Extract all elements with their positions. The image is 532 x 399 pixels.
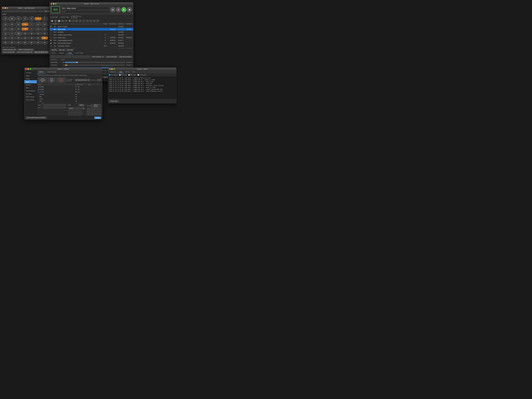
new-instrument-btn[interactable]: New Instrument ⌘N [38,77,47,83]
maximize-button[interactable] [7,7,8,9]
grid-cell[interactable]: 181 [22,32,28,36]
nav-audio[interactable]: Audio [24,74,37,77]
tool-icon-13[interactable]: ⚙ [93,20,96,22]
tab-logs[interactable]: Logs [118,70,124,73]
grid-cell[interactable]: 4bx.Green [9,32,15,36]
grid-cell[interactable]: 6012 [2,41,9,45]
minimize-button[interactable] [28,68,29,70]
tab-warnings[interactable]: Warnings [109,70,118,73]
safe-sort-button[interactable]: Safe Sort Commands [118,56,133,58]
pause-button[interactable]: ⏸ [116,7,121,12]
maximize-button[interactable] [30,68,31,70]
tool-icon-8[interactable]: ▶ [75,20,78,22]
grid-cell[interactable]: 28side SR.R... [9,28,15,32]
grid-cell[interactable]: sides.Inte...15side SLR... [15,22,22,27]
table-row[interactable]: ▶ 10 scene 1.1 atmo 10:00.00 [50,25,133,28]
patch-sub-row[interactable]: Blue 68 [37,100,102,102]
new-group-btn[interactable]: New Group ⌘G [48,77,56,83]
grid-cell[interactable]: 79side SR.G... [22,28,28,32]
maximize-button[interactable] [55,3,57,5]
patch-row[interactable]: ▼ bx DSR 65 - 68 [37,91,102,93]
grid-cell[interactable]: (mixed)18all.Intensity [2,16,9,21]
patch-sub-row[interactable]: Green 67 [37,98,102,100]
grid-cell[interactable]: 6018 [42,41,48,45]
update-orig-btn[interactable]: Update 0 Originating Cues [17,49,34,51]
grid-cell[interactable]: sides.Blue20side SL.A... [35,22,41,27]
new-list-button[interactable]: New List [51,49,58,51]
done-button[interactable]: Done [94,117,101,119]
tab-definitions[interactable]: DEFINITIONS [45,70,58,74]
table-row[interactable]: ♪ 10-3 crickets, early evening ⊙ 00:10.6… [50,33,133,36]
grid-cell[interactable]: 185 [2,37,9,41]
grid-cell[interactable]: sides.Am...20side SL... [42,22,48,27]
table-row[interactable]: ▶ 10-5 clouds background loop ⊙ 00:00.00… [50,39,133,42]
nav-osc-controls[interactable]: OSC Controls [24,98,37,101]
search-input[interactable] [2,10,37,12]
tool-icon-5[interactable]: T [65,20,68,22]
patch-row[interactable]: ► bx DSC 57 - 60 [37,86,102,88]
close-button[interactable] [51,3,52,5]
name-input[interactable] [43,104,66,106]
levels-search-input[interactable] [51,56,91,58]
nav-video[interactable]: Video [24,77,37,80]
delete-selected-btn[interactable]: Delete Selected ⌘⌫ [56,77,66,83]
grid-cell[interactable]: 15side SR.R... [15,28,22,32]
go-button[interactable]: GO [51,6,60,13]
note-input[interactable] [43,107,66,108]
close-button[interactable] [2,7,4,9]
osc-replies-checkbox[interactable] [138,74,139,76]
grid-cell[interactable]: 3side SR.A... [28,28,35,32]
table-row[interactable]: ♪ 10-1 base scene 00:00.00 00:05.00 00:0… [50,28,133,31]
clear-list-button[interactable]: Clear List [66,49,74,51]
grid-cell[interactable]: (mixed)28all.Green [22,16,28,21]
tool-icon-10[interactable]: ⌃ [82,20,85,22]
grid-cell[interactable]: sides.Red79side SL.G... [22,22,28,27]
midi-device-select[interactable]: IAC Driver IAC Bus 1 [75,79,90,81]
traffic-lights[interactable] [25,68,31,70]
minimize-button[interactable] [53,3,54,5]
grid-cell[interactable]: (mixed)60all.Intensi... [9,16,15,21]
midi-select[interactable]: (none) [68,107,85,110]
grid-cell[interactable]: 13bx.Red [2,32,9,36]
cue-name-input[interactable] [61,6,109,10]
grid-cell[interactable]: (mixed)35all.Red [15,16,22,21]
main-cue-list-item[interactable]: ▶ Main Cue List [71,15,81,17]
tool-icon-14[interactable]: ☰ [96,20,99,22]
maximize-button[interactable] [113,68,115,70]
tool-icon-12[interactable]: ⌀ [89,20,92,22]
grid-cell[interactable]: 6014 [15,41,22,45]
presets-item[interactable]: ▶ Presets [71,17,81,19]
grid-cell[interactable]: 1810 [35,37,41,41]
add-command-button[interactable]: Add Command... ▼ [91,56,105,58]
new-cart-button[interactable]: New Cart [58,49,66,51]
play-button[interactable]: ▶ [121,7,127,12]
tool-icon-7[interactable]: ≡ [72,20,75,22]
grid-cell[interactable]: 20side SR.A... [35,28,41,32]
grid-cell[interactable]: 184 [42,32,48,36]
grid-cell[interactable]: 188 [22,37,28,41]
table-row[interactable]: ↗ 20 level down crickets 10-3 00:20.00 [50,44,133,47]
expand-button[interactable]: Expand ✕ [126,64,133,66]
tool-icon-2[interactable]: 🔊 [54,20,57,22]
traffic-lights[interactable] [2,7,8,9]
tool-icon-9[interactable]: ⏸ [79,20,82,22]
expand-button[interactable]: Expand ✕ [126,62,133,63]
grid-cell[interactable]: 6013 [9,41,15,45]
clear-logs-button[interactable]: Clear Logs [109,100,119,102]
grid-cell[interactable]: 186 [9,37,15,41]
grid-cell[interactable]: 203all.White [42,16,48,21]
table-row[interactable]: ♪ 10-4 wind in trees ⊙ 00:00.00 00:24.47… [50,36,133,39]
nav-midi[interactable]: MIDI [24,86,37,89]
tool-icon-4[interactable]: 📹 [61,20,64,22]
grid-cell[interactable]: f warm20sides.Whl... [2,22,9,27]
patch-sub-row[interactable]: Intensity 65 [37,93,102,95]
nav-key-map[interactable]: Key Map [24,92,37,95]
close-button[interactable] [25,68,27,70]
grid-cell[interactable]: 35side SR.I... [2,28,9,32]
grid-cell[interactable]: f cool35side SL.I... [9,22,15,27]
grid-cell[interactable]: 183 [35,32,41,36]
reset-button[interactable]: Reset Visible Settings to Defaults [25,116,47,119]
grid-cell[interactable]: 6015 [22,41,28,45]
revert-btn[interactable]: Revert Changes ⌘R [2,51,15,53]
grid-cell[interactable]: 10bx.Intensi... [42,28,48,32]
